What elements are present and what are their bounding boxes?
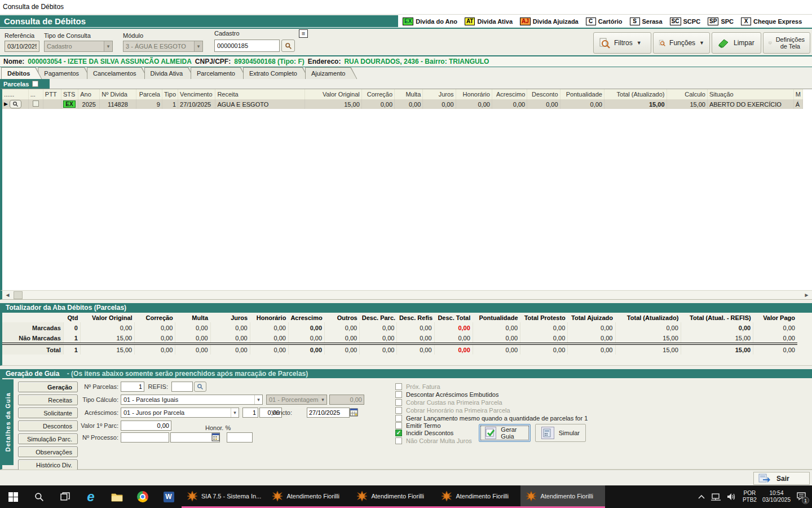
processo-calculator-button[interactable]	[211, 433, 220, 443]
tab-pagamentos[interactable]: Pagamentos	[38, 67, 91, 79]
definicoes-tela-button[interactable]: Definições de Tela	[763, 32, 810, 54]
tab-ajuizamento[interactable]: Ajuizamento	[305, 67, 358, 79]
tot-cell: 0,00	[397, 333, 434, 344]
totalizador-title: Totalizador da Aba Débitos (Parcelas)	[0, 303, 812, 313]
simular-button[interactable]: Simular	[535, 424, 586, 442]
fiorilli-logo-icon	[442, 491, 452, 501]
option-row: Cobrar Custas na Primeira Parcela	[395, 398, 502, 406]
tab-d-bitos[interactable]: Débitos	[1, 67, 42, 79]
valor1-input[interactable]	[121, 421, 171, 431]
side-button-solicitante[interactable]: Solicitante	[18, 408, 78, 418]
modulo-select[interactable]: 3 - ÁGUA E ESGOTO ▾	[123, 41, 203, 52]
cadastro-input[interactable]	[214, 40, 280, 52]
side-button-simula-o-parc-[interactable]: Simulação Parc.	[18, 433, 78, 444]
chevron-down-icon: ▾	[194, 41, 202, 51]
scroll-left-icon[interactable]: ◄	[3, 291, 12, 299]
volume-icon[interactable]	[727, 493, 737, 501]
row-label: Não Marcadas	[2, 333, 63, 344]
network-icon[interactable]	[711, 493, 721, 501]
tot-cell: 0,00	[135, 344, 175, 354]
parcelas-checkbox[interactable]	[32, 81, 38, 87]
scroll-right-icon[interactable]: ►	[802, 291, 811, 299]
row-detail-button[interactable]	[10, 100, 21, 108]
taskbar-app[interactable]: Atendimento Fiorilli	[436, 485, 520, 508]
page-title: Consulta de Débitos	[0, 15, 398, 27]
vencto-calendar-button[interactable]	[350, 408, 358, 418]
sair-button[interactable]: Sair	[753, 472, 810, 485]
fiorilli-logo-icon	[187, 491, 197, 501]
col-header: STS	[61, 89, 78, 99]
acrescimos-n-input[interactable]	[242, 408, 258, 418]
start-button[interactable]	[0, 485, 26, 508]
scrollbar-thumb[interactable]	[14, 291, 23, 299]
col-header: Valor Original	[305, 89, 362, 99]
taskbar-app[interactable]: SIA 7.5 - Sistema In...	[182, 485, 267, 508]
tab-cancelamentos[interactable]: Cancelamentos	[87, 67, 148, 79]
internet-explorer-icon[interactable]: e	[78, 485, 104, 508]
cadastro-search-button[interactable]	[281, 40, 295, 52]
tipo-consulta-label: Tipo de Consulta	[44, 32, 91, 39]
col-header: M	[793, 89, 802, 99]
cell: 1	[162, 99, 178, 109]
filtros-label: Filtros	[614, 39, 633, 47]
honor-input[interactable]	[227, 432, 253, 443]
funcoes-button[interactable]: Funções ▼	[653, 32, 710, 54]
processo-input[interactable]	[121, 432, 169, 443]
side-button-receitas[interactable]: Receitas	[18, 395, 78, 405]
checkbox[interactable]	[395, 415, 402, 422]
row-checkbox[interactable]	[33, 100, 39, 107]
side-button-observa-es[interactable]: Observações	[18, 446, 78, 457]
legend-label: SPC	[721, 18, 734, 25]
table-row[interactable]: ▶ EX20251148289127/10/2025AGUA E ESGOTO1…	[2, 99, 803, 109]
tab-extrato-completo[interactable]: Extrato Completo	[243, 67, 309, 79]
taskbar-app[interactable]: Atendimento Fiorilli	[267, 485, 351, 508]
checkbox[interactable]	[395, 422, 402, 429]
language-indicator[interactable]: POR PTB2	[743, 490, 757, 503]
cell: 0,00	[492, 99, 527, 109]
tipo-consulta-select[interactable]: Cadastro ▾	[44, 41, 113, 52]
clock[interactable]: 10:54 03/10/2025	[762, 490, 791, 503]
checkbox[interactable]: ✓	[395, 430, 402, 436]
tab-parcelamento[interactable]: Parcelamento	[191, 67, 247, 79]
tot-cell: 0,00	[473, 344, 520, 354]
menu-icon[interactable]: ≡	[299, 29, 308, 38]
taskbar-app[interactable]: Atendimento Fiorilli	[520, 485, 605, 508]
side-button-hist-rico-div-[interactable]: Histórico Div.	[18, 459, 78, 470]
tot-cell: 0,00	[473, 333, 520, 344]
side-button-descontos[interactable]: Descontos	[18, 421, 78, 431]
tot-cell: 0,00	[360, 322, 397, 333]
col-header: Multa	[395, 89, 423, 99]
functions-search-icon	[659, 37, 665, 49]
horizontal-scrollbar[interactable]: ◄ ►	[0, 290, 812, 300]
vencto-input[interactable]	[307, 408, 350, 418]
refis-input[interactable]	[171, 382, 193, 392]
tray-chevron-up-icon[interactable]	[698, 494, 705, 500]
option-row: Emitir Termo	[395, 422, 441, 429]
serasa-badge-icon: S	[630, 17, 640, 25]
legend-label: Divida Ativa	[477, 18, 513, 25]
side-button-gera-o[interactable]: Geração	[18, 382, 78, 392]
tot-cell: 0	[63, 322, 80, 333]
tot-cell: 0,00	[434, 333, 473, 344]
cell: 15,00	[305, 99, 362, 109]
taskbar-search-button[interactable]	[26, 485, 52, 508]
vencto-label: Vencto:	[261, 409, 292, 416]
chrome-icon[interactable]	[130, 485, 156, 508]
gerar-guia-button[interactable]: Gerar Guia	[479, 424, 531, 442]
file-explorer-icon[interactable]	[104, 485, 130, 508]
option-row: Cobrar Honorário na Primeira Parcela	[395, 406, 510, 414]
notification-center-button[interactable]: 1	[796, 492, 806, 502]
tipo-calculo-select[interactable]: 01 - Parcelas Iguais ▾	[121, 395, 263, 405]
checkbox-label: Próx. Fatura	[406, 383, 440, 390]
refis-search-button[interactable]	[194, 382, 206, 392]
filtros-button[interactable]: Filtros ▼	[593, 32, 651, 54]
referencia-input[interactable]	[5, 41, 39, 52]
word-icon[interactable]: W	[156, 485, 182, 508]
acrescimos-select[interactable]: 01 - Juros por Parcela ▾	[121, 408, 239, 418]
cell: 15,00	[604, 99, 667, 109]
checkbox[interactable]	[395, 391, 402, 398]
taskbar-app[interactable]: Atendimento Fiorilli	[351, 485, 436, 508]
task-view-button[interactable]	[52, 485, 78, 508]
tab-divida-ativa[interactable]: Divida Ativa	[144, 67, 195, 79]
limpar-button[interactable]: Limpar	[712, 32, 761, 54]
